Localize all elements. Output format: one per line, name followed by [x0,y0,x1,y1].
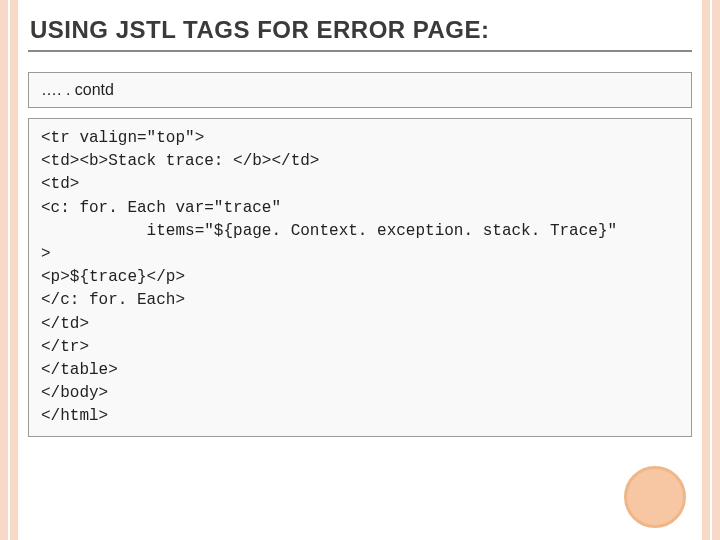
decorative-circle-icon [624,466,686,528]
slide-title: USING JSTL TAGS FOR ERROR PAGE: [28,16,692,52]
code-box: <tr valign="top"> <td><b>Stack trace: </… [28,118,692,437]
contd-label: …. . contd [41,81,679,99]
code-block: <tr valign="top"> <td><b>Stack trace: </… [41,127,679,428]
left-stripe-outer [0,0,8,540]
left-stripe-inner [10,0,18,540]
slide-content: USING JSTL TAGS FOR ERROR PAGE: …. . con… [28,16,692,447]
right-stripe-outer [712,0,720,540]
right-stripe-inner [702,0,710,540]
contd-box: …. . contd [28,72,692,108]
